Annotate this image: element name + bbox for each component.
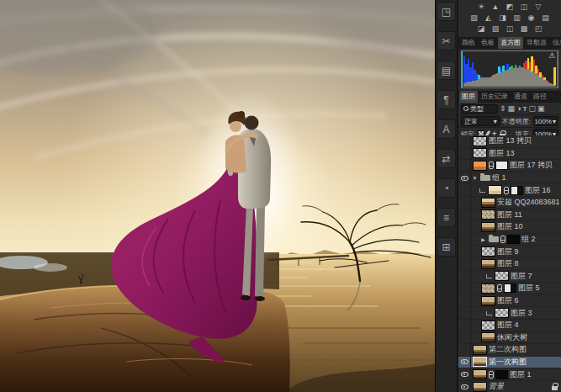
mask-link-icon[interactable] <box>500 236 505 243</box>
layer-thumbnail[interactable] <box>473 382 487 392</box>
background-layer-row[interactable]: 背景 <box>458 381 561 392</box>
tab-histogram[interactable]: 直方图 <box>498 37 523 49</box>
visibility-toggle[interactable] <box>458 197 471 209</box>
filter-toggle-icon[interactable]: ⇕ <box>500 104 506 113</box>
group-expander-icon[interactable]: ▼ <box>471 176 479 181</box>
layer-row[interactable]: 图层 9 <box>458 246 561 258</box>
selective-color-icon[interactable]: ◰ <box>533 24 543 34</box>
layer-thumbnail[interactable] <box>481 246 495 257</box>
layer-thumbnail[interactable] <box>481 296 495 306</box>
layer-row[interactable]: 图层 13 <box>458 148 561 161</box>
visibility-toggle[interactable] <box>458 234 471 246</box>
layer-thumbnail[interactable] <box>481 198 495 208</box>
layer-thumbnail[interactable] <box>473 345 487 355</box>
visibility-toggle[interactable] <box>458 148 471 160</box>
layer-thumbnail[interactable] <box>488 185 502 195</box>
layer-row[interactable]: 安超 QQ240836817 <box>458 197 561 209</box>
layer-row[interactable]: 图层 3 <box>458 307 561 320</box>
document-canvas[interactable] <box>0 0 435 392</box>
layer-row[interactable]: 图层 6 <box>458 295 561 308</box>
tab-info[interactable]: 信息 <box>550 37 561 49</box>
brightness-contrast-icon[interactable]: ☀ <box>476 3 486 12</box>
layer-filter-kind-select[interactable]: 类型 <box>461 104 498 114</box>
layer-row[interactable]: 图层 17 拷贝 <box>458 160 561 172</box>
mask-link-icon[interactable] <box>489 371 494 379</box>
collapsed-panel-measure-icon[interactable]: ⊞ <box>437 237 456 257</box>
mask-link-icon[interactable] <box>504 187 509 194</box>
layer-thumbnail[interactable] <box>481 259 495 269</box>
tab-layers[interactable]: 图层 <box>459 91 478 103</box>
layer-row[interactable]: 图层 1 <box>458 368 561 381</box>
visibility-toggle[interactable] <box>458 172 471 184</box>
layer-thumbnail[interactable] <box>481 209 495 220</box>
layer-thumbnail[interactable] <box>473 357 487 367</box>
collapsed-panel-1-icon[interactable]: ◳ <box>437 2 456 21</box>
visibility-toggle[interactable] <box>458 246 471 257</box>
visibility-toggle[interactable] <box>458 184 471 196</box>
layer-row[interactable]: 休闲大树 <box>458 332 561 345</box>
visibility-toggle[interactable] <box>458 357 471 368</box>
cached-data-warning-icon[interactable]: ⚠ <box>548 51 555 60</box>
tab-navigator[interactable]: 导航器 <box>524 37 549 49</box>
filter-pixel-layers-icon[interactable]: ▦ <box>508 104 516 113</box>
group-row[interactable]: ▼ 组 1 <box>458 172 561 185</box>
photo-filter-icon[interactable]: ▥ <box>512 13 522 23</box>
group-expander-icon[interactable]: ▶ <box>479 236 487 242</box>
color-lookup-icon[interactable]: ▤ <box>541 13 551 23</box>
layer-thumbnail[interactable] <box>481 222 495 232</box>
layer-row[interactable]: 图层 5 <box>458 283 561 295</box>
layer-mask-thumbnail[interactable] <box>495 370 508 379</box>
threshold-icon[interactable]: ◫ <box>505 24 515 34</box>
layer-mask-thumbnail[interactable] <box>511 186 523 195</box>
visibility-toggle[interactable] <box>458 307 471 319</box>
filter-smart-objects-icon[interactable]: ▣ <box>537 104 545 113</box>
tab-history[interactable]: 历史记录 <box>479 91 511 103</box>
color-balance-icon[interactable]: ◭ <box>484 13 494 23</box>
visibility-toggle[interactable] <box>458 368 471 380</box>
layer-row[interactable]: 图层 11 <box>458 209 561 222</box>
visibility-toggle[interactable] <box>458 283 471 294</box>
layer-mask-thumbnail[interactable] <box>504 283 516 293</box>
visibility-toggle[interactable] <box>458 271 471 283</box>
layer-row[interactable]: 图层 10 <box>458 221 561 234</box>
layer-row[interactable]: 图层 4 <box>458 320 561 332</box>
layer-thumbnail[interactable] <box>473 136 487 146</box>
collapsed-panel-character-icon[interactable]: A <box>437 119 456 139</box>
tab-channels[interactable]: 通道 <box>511 91 530 103</box>
layer-row[interactable]: 图层 13 拷贝 <box>458 135 561 148</box>
channel-mixer-icon[interactable]: ◉ <box>527 13 537 23</box>
visibility-toggle[interactable] <box>458 332 471 344</box>
layer-thumbnail[interactable] <box>495 271 509 281</box>
tab-color[interactable]: 颜色 <box>459 37 478 49</box>
layer-thumbnail[interactable] <box>481 283 495 294</box>
black-white-icon[interactable]: ◨ <box>498 13 508 23</box>
collapsed-panel-3d-icon[interactable]: ◔ <box>437 178 456 198</box>
tab-swatches[interactable]: 色板 <box>479 37 497 49</box>
hue-saturation-icon[interactable]: ▧ <box>469 13 479 23</box>
filter-adjustment-layers-icon[interactable]: ◑ <box>516 104 521 113</box>
layer-thumbnail[interactable] <box>481 320 495 331</box>
gradient-map-icon[interactable]: ▩ <box>519 24 529 34</box>
group-row[interactable]: ▶ 组 2 <box>458 234 561 246</box>
visibility-toggle[interactable] <box>458 344 471 356</box>
tab-paths[interactable]: 路径 <box>531 91 549 103</box>
visibility-toggle[interactable] <box>458 258 471 270</box>
posterize-icon[interactable]: ▨ <box>490 24 500 34</box>
levels-icon[interactable]: ▲ <box>490 3 500 12</box>
collapsed-panel-clips-icon[interactable]: ≡ <box>437 208 456 227</box>
exposure-icon[interactable]: ◫ <box>519 3 529 12</box>
visibility-toggle[interactable] <box>458 320 471 331</box>
visibility-toggle[interactable] <box>458 381 471 392</box>
collapsed-panel-paragraph-icon[interactable]: ¶ <box>437 90 456 109</box>
collapsed-panel-tools-icon[interactable]: ✂ <box>437 31 456 50</box>
opacity-field[interactable]: 100% ▾ <box>533 116 558 126</box>
vibrance-icon[interactable]: ▽ <box>533 3 543 12</box>
blend-mode-select[interactable]: 正常 ▾ <box>461 116 500 126</box>
mask-link-icon[interactable] <box>497 284 502 292</box>
layer-thumbnail[interactable] <box>481 332 495 342</box>
visibility-toggle[interactable] <box>458 135 471 147</box>
mask-link-icon[interactable] <box>489 162 494 169</box>
layer-row[interactable]: 图层 16 <box>458 184 561 197</box>
layer-thumbnail[interactable] <box>473 161 487 171</box>
visibility-toggle[interactable] <box>458 160 471 172</box>
